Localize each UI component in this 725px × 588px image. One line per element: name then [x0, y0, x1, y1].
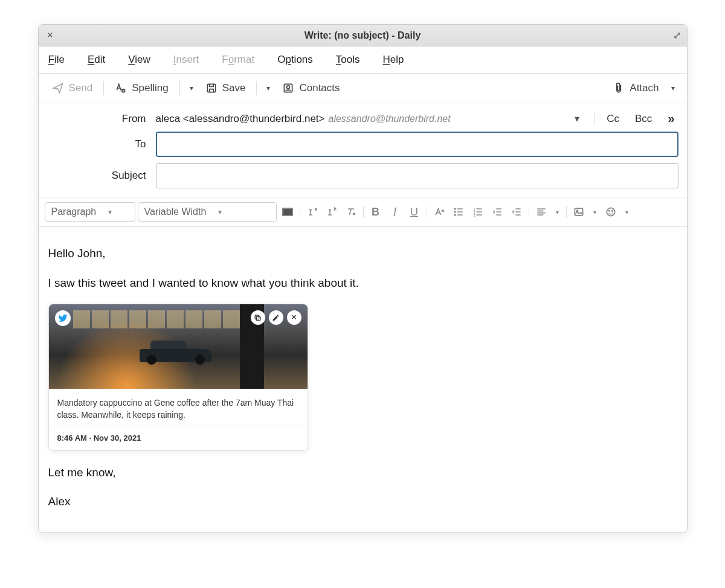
svg-point-3 — [287, 86, 290, 89]
body-line: Let me know, — [48, 464, 677, 482]
message-body[interactable]: Hello John, I saw this tweet and I wante… — [39, 227, 687, 532]
separator — [256, 81, 257, 95]
from-dropdown[interactable]: ▾ — [575, 113, 579, 124]
menu-edit[interactable]: Edit — [88, 54, 105, 66]
menu-format: Format — [222, 54, 254, 66]
card-toggle-button[interactable] — [251, 310, 265, 325]
indent[interactable] — [508, 203, 525, 220]
card-image: ✕ — [49, 304, 308, 389]
more-recipients-button[interactable]: » — [664, 112, 678, 126]
headers-area: From aleca <alessandro@thunderbird.net> … — [39, 103, 687, 197]
attach-dropdown[interactable]: ▾ — [668, 84, 678, 92]
body-line: I saw this tweet and I wanted to know wh… — [48, 275, 677, 292]
contacts-icon — [282, 82, 294, 94]
close-button[interactable]: × — [45, 29, 56, 42]
remove-style[interactable] — [431, 203, 448, 220]
maximize-button[interactable]: ⤢ — [673, 30, 681, 41]
paragraph-select[interactable]: Paragraph ▾ — [45, 202, 135, 222]
spelling-icon — [115, 82, 127, 94]
attach-icon — [613, 82, 625, 94]
chevron-down-icon: ▾ — [218, 208, 222, 216]
clear-format[interactable] — [343, 203, 359, 220]
save-button[interactable]: Save — [201, 80, 251, 97]
italic-button[interactable]: I — [387, 203, 404, 220]
window-title: Write: (no subject) - Daily — [39, 30, 687, 41]
menu-help[interactable]: Help — [382, 54, 404, 66]
bullet-list[interactable] — [450, 203, 467, 220]
svg-point-4 — [454, 208, 456, 209]
separator — [594, 112, 594, 126]
align-dropdown[interactable]: ▾ — [552, 209, 562, 216]
separator — [179, 81, 180, 95]
bcc-button[interactable]: Bcc — [631, 113, 656, 125]
card-edit-button[interactable] — [269, 310, 283, 325]
body-line: Hello John, — [48, 245, 677, 263]
underline-button[interactable]: U — [406, 203, 423, 220]
svg-point-12 — [607, 208, 614, 216]
image-dropdown[interactable]: ▾ — [590, 209, 600, 216]
svg-rect-16 — [256, 316, 260, 321]
svg-point-14 — [611, 211, 613, 212]
to-label: To — [47, 138, 156, 150]
from-identity: alessandro@thunderbird.net — [329, 113, 451, 124]
svg-point-5 — [454, 211, 456, 213]
send-icon — [52, 82, 64, 94]
building-decor — [73, 310, 259, 328]
chevron-down-icon: ▾ — [108, 208, 112, 216]
subject-row: Subject — [47, 163, 678, 188]
card-close-button[interactable]: ✕ — [287, 310, 301, 325]
from-value: aleca <alessandro@thunderbird.net> — [156, 113, 325, 125]
format-toolbar: Paragraph ▾ Variable Width ▾ B I U 123 ▾… — [39, 197, 687, 227]
send-button: Send — [47, 80, 98, 97]
spelling-button[interactable]: Spelling — [110, 80, 173, 97]
font-size-increase[interactable] — [323, 203, 340, 220]
font-size-decrease[interactable] — [304, 203, 321, 220]
spelling-dropdown[interactable]: ▾ — [186, 84, 197, 92]
save-icon — [205, 82, 218, 94]
separator — [363, 206, 364, 218]
contacts-label: Contacts — [299, 82, 340, 94]
svg-rect-10 — [575, 208, 582, 216]
color-button[interactable] — [279, 203, 296, 220]
insert-image[interactable] — [570, 203, 587, 220]
attach-button[interactable]: Attach — [608, 80, 663, 97]
menubar: File Edit View Insert Format Options Too… — [39, 46, 687, 74]
spelling-label: Spelling — [132, 82, 169, 94]
save-label: Save — [222, 82, 246, 94]
svg-text:3: 3 — [473, 214, 475, 217]
align-button[interactable] — [533, 203, 550, 220]
titlebar: × Write: (no subject) - Daily ⤢ — [39, 25, 687, 46]
menu-file[interactable]: File — [48, 54, 65, 66]
subject-label: Subject — [47, 170, 156, 182]
menu-view[interactable]: View — [128, 54, 150, 66]
contacts-button[interactable]: Contacts — [277, 80, 344, 97]
font-label: Variable Width — [144, 206, 207, 217]
separator — [300, 206, 300, 218]
numbered-list[interactable]: 123 — [469, 203, 486, 220]
menu-options[interactable]: Options — [277, 54, 313, 66]
to-input[interactable] — [156, 132, 678, 157]
separator — [529, 206, 529, 218]
attach-label: Attach — [630, 82, 659, 94]
subject-input[interactable] — [156, 163, 678, 188]
svg-rect-15 — [255, 315, 259, 319]
twitter-icon — [55, 310, 71, 326]
to-row: To — [47, 132, 678, 157]
svg-point-13 — [608, 211, 610, 212]
card-timestamp: 8:46 AM · Nov 30, 2021 — [49, 426, 308, 450]
emoji-button[interactable] — [602, 203, 619, 220]
cc-button[interactable]: Cc — [603, 113, 623, 125]
separator — [427, 206, 427, 218]
paragraph-label: Paragraph — [51, 206, 97, 217]
bold-button[interactable]: B — [367, 203, 384, 220]
toolbar: Send Spelling ▾ Save ▾ Contacts Attach ▾ — [39, 74, 687, 103]
emoji-dropdown[interactable]: ▾ — [622, 209, 632, 216]
menu-tools[interactable]: Tools — [336, 54, 360, 66]
from-row: From aleca <alessandro@thunderbird.net> … — [47, 112, 678, 126]
compose-window: × Write: (no subject) - Daily ⤢ File Edi… — [38, 24, 688, 533]
save-dropdown[interactable]: ▾ — [263, 84, 274, 92]
font-select[interactable]: Variable Width ▾ — [138, 202, 277, 222]
outdent[interactable] — [489, 203, 506, 220]
separator — [566, 206, 567, 218]
svg-point-6 — [454, 214, 456, 216]
